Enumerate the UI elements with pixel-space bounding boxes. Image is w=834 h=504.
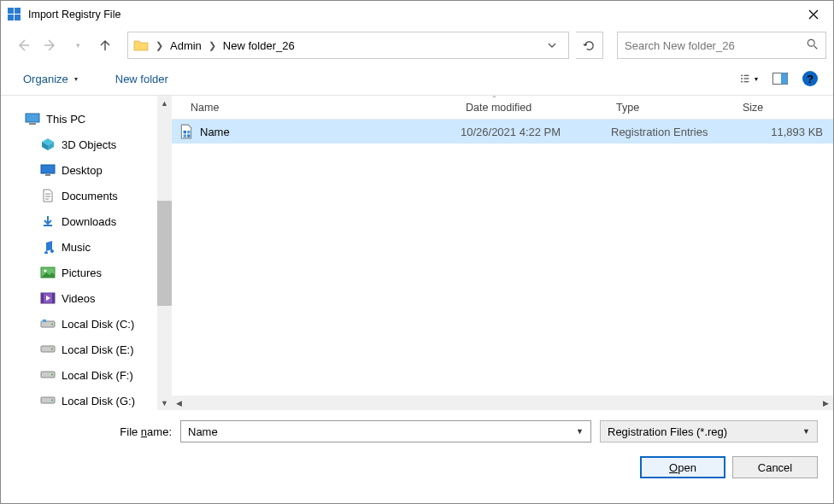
tree-item[interactable]: Local Disk (C:) (1, 311, 172, 337)
file-date: 10/26/2021 4:22 PM (461, 126, 611, 138)
back-button[interactable] (13, 35, 33, 56)
tree-item-label: Local Disk (F:) (62, 369, 133, 382)
tree-this-pc[interactable]: This PC (1, 106, 172, 132)
svg-point-4 (808, 39, 814, 46)
title-bar: Import Registry File (1, 1, 833, 28)
tree-item-label: Local Disk (G:) (62, 395, 135, 407)
forward-button[interactable] (40, 35, 61, 56)
svg-rect-9 (741, 81, 743, 82)
svg-rect-34 (187, 134, 190, 137)
tree-item[interactable]: Downloads (1, 208, 172, 234)
scroll-up-icon[interactable]: ▲ (157, 96, 172, 110)
refresh-icon (583, 39, 596, 52)
arrow-up-icon (98, 38, 112, 52)
breadcrumb-current[interactable]: New folder_26 (218, 32, 300, 58)
breadcrumb-admin[interactable]: Admin (165, 32, 207, 58)
file-name: Name (200, 126, 461, 138)
scroll-down-icon[interactable]: ▼ (157, 396, 172, 410)
refresh-button[interactable] (576, 32, 603, 59)
scroll-right-icon[interactable]: ▶ (819, 396, 833, 410)
svg-rect-32 (187, 131, 190, 133)
tree-item[interactable]: Local Disk (F:) (1, 362, 172, 388)
svg-point-26 (51, 349, 53, 350)
tree-item-label: Desktop (62, 164, 103, 177)
open-button[interactable]: Open (640, 456, 725, 478)
tree-item-icon (40, 290, 56, 306)
tree-item-label: Music (62, 241, 91, 254)
col-size[interactable]: Size (743, 102, 833, 114)
tree-item[interactable]: Music (1, 234, 172, 260)
chevron-down-icon[interactable]: ▼ (802, 427, 810, 436)
col-type[interactable]: Type (616, 102, 743, 114)
tree-item[interactable]: Documents (1, 183, 172, 208)
new-folder-button[interactable]: New folder (109, 67, 175, 91)
svg-rect-20 (41, 293, 44, 303)
tree-item-label: Local Disk (E:) (62, 343, 134, 356)
tree-item-icon (40, 239, 56, 255)
chevron-down-icon (548, 41, 556, 50)
svg-rect-14 (29, 123, 36, 125)
tree-item[interactable]: Local Disk (E:) (1, 337, 172, 362)
tree-item[interactable]: 3D Objects (1, 132, 172, 157)
svg-rect-12 (781, 73, 788, 85)
col-date[interactable]: Date modified (466, 102, 616, 114)
svg-point-24 (51, 324, 53, 325)
close-button[interactable] (794, 1, 833, 28)
chevron-down-icon[interactable]: ▼ (576, 427, 584, 436)
file-list: ⌃ Name Date modified Type Size Name 10/2… (172, 96, 833, 410)
scroll-left-icon[interactable]: ◀ (172, 396, 186, 410)
chevron-right-icon: ❯ (154, 40, 165, 51)
search-icon[interactable] (807, 38, 819, 53)
organize-menu[interactable]: Organize (16, 67, 85, 91)
svg-rect-5 (741, 75, 743, 76)
tree-item-label: Local Disk (C:) (62, 318, 134, 331)
cancel-button[interactable]: Cancel (732, 456, 818, 478)
view-options-button[interactable]: ▾ (741, 70, 758, 87)
address-dropdown[interactable] (541, 39, 563, 52)
view-list-icon (741, 73, 752, 85)
filename-input[interactable]: Name ▼ (180, 420, 591, 442)
arrow-right-icon (44, 38, 57, 52)
search-input[interactable] (625, 39, 807, 52)
svg-point-28 (51, 374, 53, 376)
svg-rect-33 (184, 134, 186, 137)
toolbar: Organize New folder ▾ ? (1, 62, 833, 95)
preview-pane-button[interactable] (772, 70, 789, 87)
preview-pane-icon (772, 73, 788, 85)
tree-item[interactable]: Videos (1, 285, 172, 311)
svg-rect-21 (52, 293, 55, 303)
tree-item[interactable]: Pictures (1, 260, 172, 285)
sort-indicator-icon: ⌃ (491, 95, 497, 103)
tree-item-icon (40, 316, 56, 331)
scroll-thumb[interactable] (157, 201, 172, 306)
tree-scrollbar[interactable]: ▲ ▼ (157, 96, 172, 410)
tree-item[interactable]: Local Disk (G:) (1, 388, 172, 410)
tree-item-icon (40, 137, 56, 152)
col-name[interactable]: Name (191, 102, 466, 114)
help-button[interactable]: ? (802, 71, 818, 86)
tree-item-icon (40, 393, 56, 408)
window-title: Import Registry File (28, 9, 120, 21)
address-bar[interactable]: ❯ Admin ❯ New folder_26 (127, 32, 569, 59)
nav-tree: This PC 3D ObjectsDesktopDocumentsDownlo… (1, 96, 172, 410)
svg-rect-13 (26, 114, 39, 122)
search-box[interactable] (617, 32, 826, 59)
file-size: 11,893 KB (737, 126, 833, 138)
recent-dropdown[interactable]: ▾ (68, 35, 88, 56)
chevron-right-icon: ❯ (207, 40, 218, 51)
main-area: This PC 3D ObjectsDesktopDocumentsDownlo… (1, 95, 833, 410)
svg-point-18 (44, 270, 47, 273)
svg-rect-3 (15, 15, 21, 21)
tree-item-label: Documents (62, 190, 118, 202)
svg-rect-31 (184, 131, 186, 133)
file-row[interactable]: Name 10/26/2021 4:22 PM Registration Ent… (172, 120, 833, 144)
filetype-select[interactable]: Registration Files (*.reg) ▼ (600, 420, 818, 442)
svg-rect-6 (744, 75, 749, 76)
tree-item-icon (40, 214, 56, 229)
horizontal-scrollbar[interactable]: ◀ ▶ (172, 396, 833, 410)
tree-item-label: Pictures (62, 267, 102, 279)
column-headers: Name Date modified Type Size (172, 96, 833, 120)
up-button[interactable] (95, 35, 115, 56)
tree-item[interactable]: Desktop (1, 157, 172, 183)
nav-bar: ▾ ❯ Admin ❯ New folder_26 (1, 28, 833, 62)
